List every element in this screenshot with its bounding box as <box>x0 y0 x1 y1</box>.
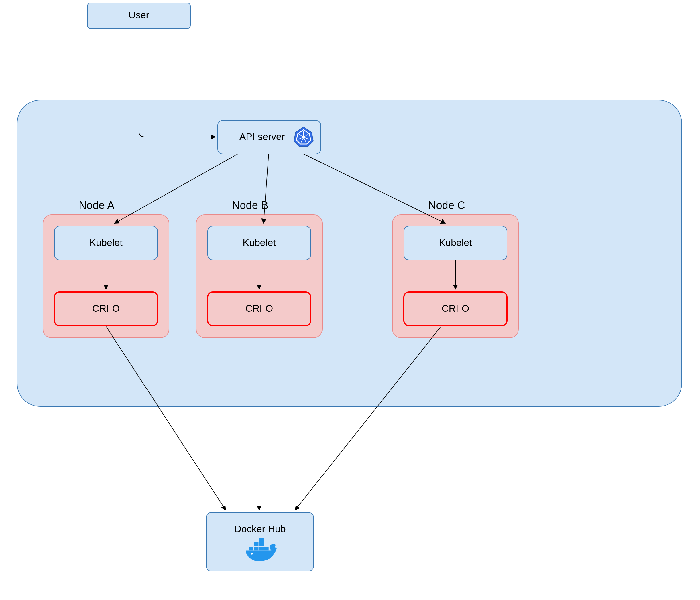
svg-rect-11 <box>254 547 258 550</box>
node-c-title: Node C <box>428 199 465 211</box>
node-b-title: Node B <box>232 199 268 211</box>
node-a-title: Node A <box>79 199 115 211</box>
svg-point-17 <box>251 553 253 555</box>
diagram-canvas: User API server Node A Kubelet CRI-O Nod… <box>0 0 700 600</box>
node-a-kubelet-label: Kubelet <box>90 237 123 248</box>
api-server-label: API server <box>240 131 285 142</box>
svg-rect-13 <box>264 547 268 550</box>
node-c-crio-label: CRI-O <box>442 303 469 314</box>
svg-rect-12 <box>259 547 264 550</box>
node-b-crio-label: CRI-O <box>246 303 273 314</box>
svg-rect-16 <box>259 538 264 542</box>
node-c-kubelet-label: Kubelet <box>439 237 472 248</box>
node-a-crio-label: CRI-O <box>92 303 120 314</box>
docker-hub-label: Docker Hub <box>234 523 286 534</box>
svg-rect-14 <box>254 543 258 546</box>
node-b-kubelet-label: Kubelet <box>243 237 276 248</box>
svg-rect-15 <box>259 543 264 546</box>
svg-rect-10 <box>249 547 253 550</box>
user-label: User <box>129 9 149 20</box>
